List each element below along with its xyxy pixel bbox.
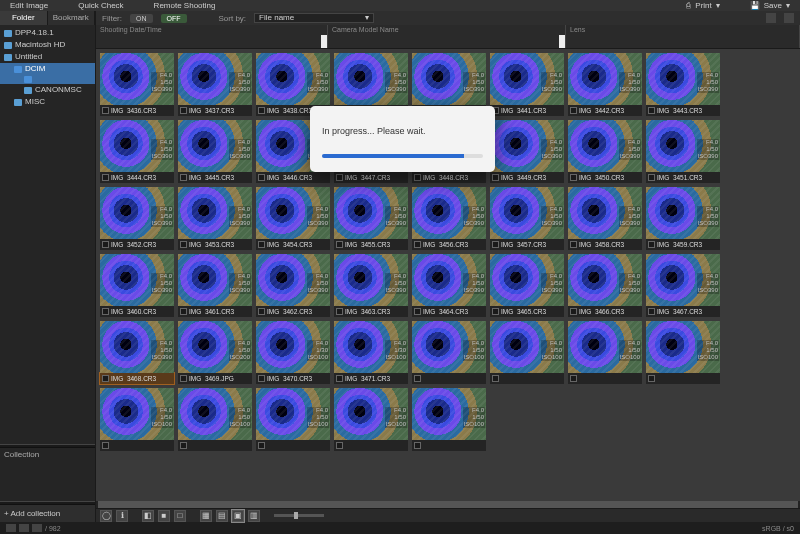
thumbnail[interactable]: F4.01/50ISO390IMG_3451.CR3 <box>646 120 720 183</box>
save-button[interactable]: 💾 Save ▾ <box>750 1 790 10</box>
thumbnail[interactable]: F4.01/50ISO100 <box>490 321 564 384</box>
thumbnail[interactable]: F4.01/50ISO100 <box>178 388 252 451</box>
col-camera-model[interactable]: Camera Model Name <box>328 25 566 35</box>
thumbnail-checkbox[interactable] <box>180 107 187 114</box>
menu-quick-check[interactable]: Quick Check <box>78 1 123 10</box>
view-mode-button[interactable]: ▥ <box>248 510 260 522</box>
thumbnail-checkbox[interactable] <box>180 308 187 315</box>
thumbnail[interactable]: F4.01/50ISO390IMG_3445.CR3 <box>178 120 252 183</box>
thumbnail-checkbox[interactable] <box>492 174 499 181</box>
thumbnail-checkbox[interactable] <box>180 241 187 248</box>
thumbnail-checkbox[interactable] <box>492 241 499 248</box>
folder-node[interactable]: DCIM <box>0 63 95 75</box>
thumbnail[interactable]: F4.01/50ISO390IMG_3452.CR3 <box>100 187 174 250</box>
folder-node[interactable]: DPP4.18.1 <box>0 27 95 39</box>
statusbar-icon[interactable] <box>32 524 42 532</box>
thumbnail-checkbox[interactable] <box>570 308 577 315</box>
thumbnail[interactable]: F4.01/50ISO390IMG_3436.CR3 <box>100 53 174 116</box>
select-all-button[interactable]: ◯ <box>100 510 112 522</box>
folder-node[interactable]: CANONMSC <box>0 84 95 96</box>
thumbnail[interactable]: F4.01/50ISO390IMG_3459.CR3 <box>646 187 720 250</box>
thumbnail[interactable]: F4.01/50ISO100 <box>334 388 408 451</box>
thumbnail-checkbox[interactable] <box>648 308 655 315</box>
tab-folder[interactable]: Folder <box>0 11 48 25</box>
thumbnail-checkbox[interactable] <box>336 308 343 315</box>
thumbnail[interactable]: F4.01/50ISO390IMG_3455.CR3 <box>334 187 408 250</box>
thumbnail-checkbox[interactable] <box>570 375 577 382</box>
rating-button[interactable]: ◧ <box>142 510 154 522</box>
thumbnail-size-slider[interactable] <box>274 514 324 517</box>
thumbnail[interactable]: F4.01/50ISO100 <box>256 388 330 451</box>
filter-on-button[interactable]: ON <box>130 14 153 23</box>
view-mode-button[interactable]: ▤ <box>216 510 228 522</box>
thumbnail[interactable]: F4.01/50ISO390IMG_3443.CR3 <box>646 53 720 116</box>
thumbnail[interactable]: F4.01/50ISO390IMG_3437.CR3 <box>178 53 252 116</box>
thumbnail[interactable]: F4.01/50ISO390IMG_3456.CR3 <box>412 187 486 250</box>
thumbnail[interactable]: F4.01/30ISO100IMG_3470.CR3 <box>256 321 330 384</box>
sort-handle[interactable] <box>559 35 565 48</box>
thumbnail[interactable]: F4.01/50ISO390IMG_3442.CR3 <box>568 53 642 116</box>
thumbnail-checkbox[interactable] <box>102 174 109 181</box>
thumbnail-checkbox[interactable] <box>570 174 577 181</box>
thumbnail-checkbox[interactable] <box>648 174 655 181</box>
thumbnail[interactable]: F4.01/50ISO100 <box>568 321 642 384</box>
thumbnail[interactable]: F4.01/50ISO390IMG_3462.CR3 <box>256 254 330 317</box>
thumbnail-checkbox[interactable] <box>102 107 109 114</box>
thumbnail-checkbox[interactable] <box>336 442 343 449</box>
thumbnail-checkbox[interactable] <box>258 308 265 315</box>
thumbnail-checkbox[interactable] <box>570 241 577 248</box>
thumbnail-checkbox[interactable] <box>102 375 109 382</box>
thumbnail-checkbox[interactable] <box>414 241 421 248</box>
statusbar-icon[interactable] <box>19 524 29 532</box>
info-button[interactable]: ℹ <box>116 510 128 522</box>
thumbnail-checkbox[interactable] <box>180 174 187 181</box>
sort-dropdown[interactable]: File name ▾ <box>254 13 374 23</box>
thumbnail[interactable]: F4.01/50ISO390IMG_3449.CR3 <box>490 120 564 183</box>
thumbnail[interactable]: F4.01/50ISO100 <box>646 321 720 384</box>
thumbnail[interactable]: F4.01/50ISO390IMG_3453.CR3 <box>178 187 252 250</box>
thumbnail-checkbox[interactable] <box>102 308 109 315</box>
thumbnail[interactable]: F4.01/50ISO390IMG_3454.CR3 <box>256 187 330 250</box>
thumbnail-checkbox[interactable] <box>570 107 577 114</box>
menu-remote-shooting[interactable]: Remote Shooting <box>154 1 216 10</box>
thumbnail[interactable]: F4.01/50ISO390IMG_3465.CR3 <box>490 254 564 317</box>
thumbnail[interactable]: F4.01/50ISO390IMG_3467.CR3 <box>646 254 720 317</box>
thumbnail-checkbox[interactable] <box>258 241 265 248</box>
filter-off-button[interactable]: OFF <box>161 14 187 23</box>
folder-node[interactable]: Macintosh HD <box>0 39 95 51</box>
thumbnail[interactable]: F4.01/50ISO200IMG_3469.JPG <box>178 321 252 384</box>
thumbnail-checkbox[interactable] <box>414 442 421 449</box>
thumbnail-checkbox[interactable] <box>648 107 655 114</box>
rating-button[interactable]: ■ <box>158 510 170 522</box>
col-lens[interactable]: Lens <box>566 25 800 35</box>
rating-button[interactable]: □ <box>174 510 186 522</box>
thumbnail-checkbox[interactable] <box>180 375 187 382</box>
toolbar-icon[interactable] <box>766 13 776 23</box>
thumbnail[interactable]: F4.01/50ISO390IMG_3461.CR3 <box>178 254 252 317</box>
thumbnail-checkbox[interactable] <box>648 375 655 382</box>
col-shooting-date[interactable]: Shooting Date/Time <box>96 25 328 35</box>
folder-node[interactable]: MISC <box>0 96 95 108</box>
toolbar-icon[interactable] <box>784 13 794 23</box>
thumbnail-checkbox[interactable] <box>492 308 499 315</box>
add-collection-button[interactable]: + Add collection <box>0 505 95 522</box>
thumbnail-checkbox[interactable] <box>258 174 265 181</box>
thumbnail[interactable]: F4.01/50ISO390IMG_3468.CR3 <box>100 321 174 384</box>
thumbnail[interactable]: F4.01/50ISO390IMG_3444.CR3 <box>100 120 174 183</box>
thumbnail-checkbox[interactable] <box>102 241 109 248</box>
thumbnail[interactable]: F4.01/50ISO100 <box>100 388 174 451</box>
thumbnail-checkbox[interactable] <box>336 375 343 382</box>
horizontal-scrollbar[interactable] <box>96 501 800 508</box>
folder-node[interactable]: Untitled <box>0 51 95 63</box>
view-mode-button[interactable]: ▦ <box>200 510 212 522</box>
print-button[interactable]: ⎙ Print ▾ <box>686 1 719 10</box>
thumbnail[interactable]: F4.01/50ISO390IMG_3466.CR3 <box>568 254 642 317</box>
thumbnail-checkbox[interactable] <box>258 107 265 114</box>
thumbnail[interactable]: F4.01/50ISO390IMG_3441.CR3 <box>490 53 564 116</box>
thumbnail-checkbox[interactable] <box>414 174 421 181</box>
thumbnail-checkbox[interactable] <box>102 442 109 449</box>
thumbnail-checkbox[interactable] <box>258 442 265 449</box>
sort-handle[interactable] <box>321 35 327 48</box>
thumbnail[interactable]: F4.01/50ISO390IMG_3458.CR3 <box>568 187 642 250</box>
thumbnail[interactable]: F4.01/50ISO390IMG_3464.CR3 <box>412 254 486 317</box>
